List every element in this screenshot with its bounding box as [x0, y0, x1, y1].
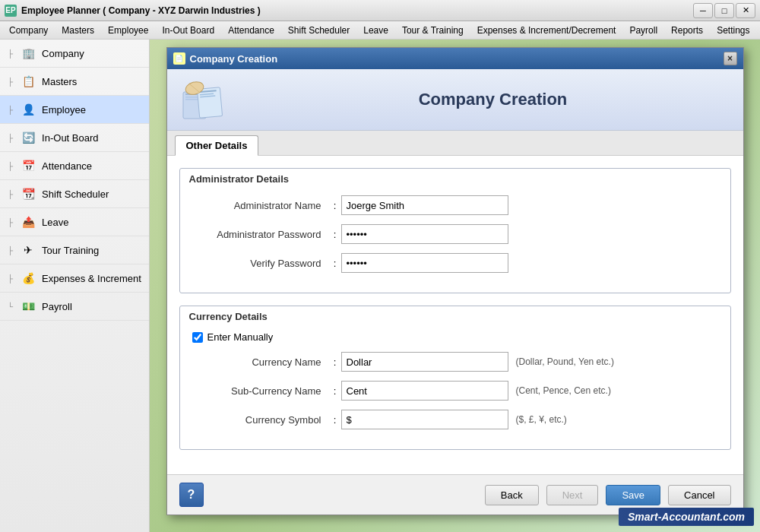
colon: : — [329, 200, 341, 211]
modal-title: Company Creation — [190, 53, 278, 65]
company-icon: 🏢 — [21, 46, 36, 61]
sidebar-item-inout[interactable]: ├ 🔄 In-Out Board — [0, 124, 149, 152]
sub-currency-hint: (Cent, Pence, Cen etc.) — [516, 385, 611, 396]
title-bar-buttons: ─ □ ✕ — [693, 3, 755, 18]
modal-body: Administrator Details Administrator Name… — [167, 156, 743, 474]
menu-inout[interactable]: In-Out Board — [156, 24, 220, 37]
admin-name-input[interactable] — [341, 195, 508, 215]
currency-name-row: Currency Name : (Dollar, Pound, Yen etc.… — [192, 352, 718, 372]
tree-indicator: ├ — [8, 106, 13, 114]
sidebar-item-masters[interactable]: ├ 📋 Masters — [0, 68, 149, 96]
save-button[interactable]: Save — [606, 485, 660, 505]
sidebar-label-leave: Leave — [42, 217, 68, 228]
menu-tour[interactable]: Tour & Training — [396, 24, 470, 37]
watermark: Smart-Accountant.com — [619, 508, 754, 526]
sidebar-label-masters: Masters — [42, 76, 77, 87]
tour-icon: ✈ — [21, 242, 36, 258]
admin-section-title: Administrator Details — [180, 169, 730, 189]
menu-company[interactable]: Company — [3, 24, 54, 37]
app-close-button[interactable]: ✕ — [736, 3, 755, 18]
currency-details-section: Currency Details Enter Manually Currency… — [179, 306, 731, 450]
admin-details-section: Administrator Details Administrator Name… — [179, 168, 731, 293]
modal-close-button[interactable]: × — [724, 52, 737, 65]
expenses-icon: 💰 — [21, 271, 36, 286]
currency-name-input[interactable] — [341, 352, 508, 372]
tree-indicator: ├ — [8, 49, 13, 58]
sidebar-label-expenses: Expenses & Increment — [42, 273, 141, 284]
sidebar-item-leave[interactable]: ├ 📤 Leave — [0, 208, 149, 236]
menu-payroll[interactable]: Payroll — [623, 24, 663, 37]
modal-header-title: Company Creation — [255, 90, 731, 109]
enter-manually-row: Enter Manually — [180, 327, 730, 346]
maximize-button[interactable]: □ — [714, 3, 734, 18]
menu-attendance[interactable]: Attendance — [222, 24, 280, 37]
menu-mail[interactable]: Mail — [757, 24, 760, 37]
menu-reports[interactable]: Reports — [665, 24, 709, 37]
colon: : — [329, 258, 341, 269]
app-icon: EP — [5, 5, 17, 17]
verify-password-input[interactable] — [341, 253, 508, 273]
currency-symbol-input[interactable] — [341, 410, 508, 429]
sidebar-label-inout: In-Out Board — [42, 132, 98, 144]
masters-icon: 📋 — [21, 74, 36, 89]
back-button[interactable]: Back — [485, 485, 539, 505]
sidebar-item-attendance[interactable]: ├ 📅 Attendance — [0, 152, 149, 180]
sidebar-label-shift: Shift Scheduler — [42, 188, 109, 200]
modal-header: Company Creation — [167, 69, 743, 131]
sidebar-item-expenses[interactable]: ├ 💰 Expenses & Increment — [0, 264, 149, 293]
sidebar-item-tour[interactable]: ├ ✈ Tour Training — [0, 236, 149, 264]
sidebar-item-payroll[interactable]: └ 💵 Payroll — [0, 293, 149, 321]
title-bar: EP Employee Planner ( Company - XYZ Darw… — [0, 0, 760, 21]
cancel-button[interactable]: Cancel — [668, 485, 730, 505]
sidebar-label-tour: Tour Training — [42, 245, 99, 256]
tab-other-details[interactable]: Other Details — [175, 135, 259, 156]
modal-tabs: Other Details — [167, 131, 743, 156]
menu-masters[interactable]: Masters — [55, 24, 100, 37]
modal-overlay: 📄 Company Creation × — [150, 40, 760, 532]
minimize-button[interactable]: ─ — [693, 3, 713, 18]
sidebar: ├ 🏢 Company ├ 📋 Masters ├ 👤 Employee ├ 🔄… — [0, 40, 150, 532]
tree-indicator: ├ — [8, 134, 13, 142]
tree-indicator: ├ — [8, 246, 13, 255]
tree-indicator: ├ — [8, 274, 13, 283]
colon: : — [329, 356, 341, 368]
currency-symbol-label: Currency Symbol — [192, 414, 329, 426]
modal-title-bar: 📄 Company Creation × — [167, 48, 743, 69]
currency-name-hint: (Dollar, Pound, Yen etc.) — [516, 356, 614, 367]
sidebar-item-shift[interactable]: ├ 📆 Shift Scheduler — [0, 180, 149, 208]
currency-symbol-row: Currency Symbol : ($, £, ¥, etc.) — [192, 410, 718, 429]
sidebar-item-company[interactable]: ├ 🏢 Company — [0, 40, 149, 68]
payroll-icon: 💵 — [21, 299, 36, 314]
admin-section-content: Administrator Name : Administrator Passw… — [180, 189, 730, 293]
sidebar-item-employee[interactable]: ├ 👤 Employee — [0, 96, 149, 124]
next-button[interactable]: Next — [546, 485, 599, 505]
menu-settings[interactable]: Settings — [711, 24, 755, 37]
sidebar-label-employee: Employee — [42, 104, 86, 116]
enter-manually-label: Enter Manually — [207, 331, 274, 343]
tree-indicator: ├ — [8, 218, 13, 226]
currency-section-content: Currency Name : (Dollar, Pound, Yen etc.… — [180, 346, 730, 449]
menu-expenses[interactable]: Expenses & Increment/Decrement — [471, 24, 622, 37]
verify-password-row: Verify Password : — [192, 253, 718, 273]
sidebar-label-attendance: Attendance — [42, 160, 92, 172]
company-creation-modal: 📄 Company Creation × — [166, 47, 744, 515]
tree-indicator: ├ — [8, 190, 13, 198]
sidebar-label-company: Company — [42, 48, 84, 59]
sub-currency-input[interactable] — [341, 381, 508, 401]
colon: : — [329, 385, 341, 397]
admin-password-input[interactable] — [341, 224, 508, 244]
admin-name-label: Administrator Name — [192, 200, 329, 211]
currency-section-title: Currency Details — [180, 306, 730, 327]
menu-leave[interactable]: Leave — [357, 24, 394, 37]
shift-icon: 📆 — [21, 186, 36, 201]
menu-shift[interactable]: Shift Scheduler — [282, 24, 356, 37]
help-button[interactable]: ? — [179, 483, 204, 507]
menu-bar: Company Masters Employee In-Out Board At… — [0, 21, 760, 40]
menu-employee[interactable]: Employee — [102, 24, 154, 37]
enter-manually-checkbox[interactable] — [192, 332, 203, 343]
admin-password-row: Administrator Password : — [192, 224, 718, 244]
currency-symbol-hint: ($, £, ¥, etc.) — [516, 414, 567, 425]
attendance-icon: 📅 — [21, 158, 36, 173]
tree-indicator: ├ — [8, 78, 13, 86]
colon: : — [329, 229, 341, 240]
